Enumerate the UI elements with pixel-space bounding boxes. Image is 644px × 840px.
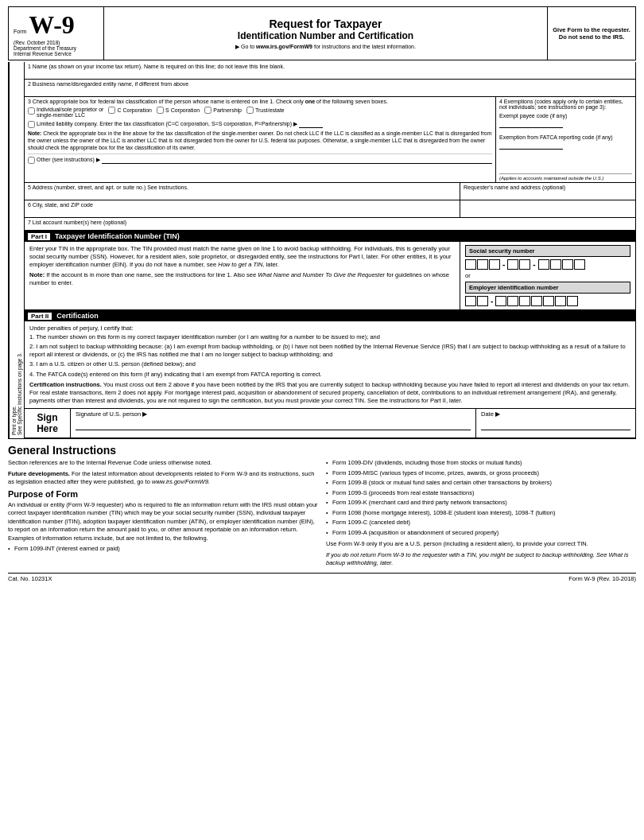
- field-2-label: 2 Business name/disregarded entity name,…: [28, 81, 632, 87]
- ssn-box[interactable]: [574, 259, 585, 270]
- checkbox-c-corp-input[interactable]: [108, 107, 115, 114]
- field-6-left: 6 City, state, and ZIP code: [25, 200, 460, 217]
- ein-box[interactable]: [507, 296, 518, 306]
- ein-segment-2: [495, 296, 578, 306]
- date-label: Date ▶: [481, 410, 630, 418]
- purpose-text: An individual or entity (Form W-9 reques…: [8, 501, 318, 543]
- part2-title: Certification: [56, 312, 99, 320]
- exempt-payee-input[interactable]: [499, 120, 563, 128]
- sign-here-label: Sign Here: [25, 409, 71, 438]
- fatca-note: (Applies to accounts maintained outside …: [499, 173, 632, 181]
- right-bullet-2: • Form 1099-B (stock or mutual fund sale…: [326, 479, 636, 488]
- irs-link-row: ▶ Go to www.irs.gov/FormW9 for instructi…: [235, 44, 416, 50]
- ssn-box[interactable]: [562, 259, 573, 270]
- ssn-box[interactable]: [477, 259, 488, 270]
- ein-box[interactable]: [543, 296, 554, 306]
- ssn-box[interactable]: [489, 259, 500, 270]
- ssn-box[interactable]: [538, 259, 549, 270]
- here-word: Here: [37, 423, 58, 434]
- sig-line[interactable]: [76, 418, 471, 430]
- ssn-box[interactable]: [550, 259, 561, 270]
- ein-boxes: -: [465, 296, 630, 306]
- or-text: or: [465, 272, 630, 279]
- ein-box[interactable]: [519, 296, 530, 306]
- form-header-center: Request for Taxpayer Identification Numb…: [104, 7, 548, 60]
- part1-label: Part I: [28, 233, 50, 240]
- other-row: Other (see instructions) ▶: [28, 154, 492, 164]
- form-header-left: Form W-9 (Rev. October 2018) Department …: [9, 7, 104, 60]
- side-label: Print or type. See Specific Instructions…: [9, 62, 24, 438]
- part2-header: Part II Certification: [25, 310, 635, 321]
- ein-label: Employer identification number: [465, 282, 630, 294]
- right-bullet-7: • Form 1099-A (acquisition or abandonmen…: [326, 529, 636, 538]
- checkbox-c-corp: C Corporation: [108, 107, 152, 114]
- field-1-row: 1 Name (as shown on your income tax retu…: [25, 62, 635, 80]
- form-title2: Identification Number and Certification: [238, 30, 413, 41]
- checkbox-llc-input[interactable]: [28, 121, 35, 128]
- bullet-1: • Form 1099-INT (interest earned or paid…: [8, 545, 318, 554]
- ein-box[interactable]: [465, 296, 476, 306]
- llc-label: Limited liability company. Enter the tax…: [37, 121, 297, 127]
- section-ref: Section references are to the Internal R…: [8, 459, 318, 468]
- link-prefix: ▶ Go to: [235, 44, 254, 49]
- footer: Cat. No. 10231X Form W-9 (Rev. 10-2018): [8, 573, 636, 582]
- ssn-box[interactable]: [465, 259, 476, 270]
- general-instructions: General Instructions Section references …: [8, 444, 636, 582]
- gen-right: • Form 1099-DIV (dividends, including th…: [326, 459, 636, 568]
- italic-text: If you do not return Form W-9 to the req…: [326, 551, 636, 568]
- ssn-box[interactable]: [507, 259, 518, 270]
- gen-columns: Section references are to the Internal R…: [8, 459, 636, 568]
- right-bullet-5: • Form 1098 (home mortgage interest), 10…: [326, 509, 636, 518]
- side-bottom-text: Print or type.: [11, 65, 17, 435]
- ssn-segment-3: [538, 259, 585, 270]
- rev-label: (Rev. October 2018): [14, 40, 99, 45]
- ein-box[interactable]: [531, 296, 542, 306]
- checkbox-s-corp: S Corporation: [157, 107, 200, 114]
- field-2-row: 2 Business name/disregarded entity name,…: [25, 80, 635, 97]
- cert-item-4: 4. The FATCA code(s) entered on this for…: [29, 371, 630, 379]
- cert-section: Under penalties of perjury, I certify th…: [25, 321, 635, 409]
- footer-form: Form W-9 (Rev. 10-2018): [568, 575, 636, 582]
- signature-field: Signature of U.S. person ▶: [71, 409, 476, 438]
- checkbox-individual: Individual/sole proprietor orsingle-memb…: [28, 107, 103, 118]
- ein-box[interactable]: [567, 296, 578, 306]
- field-5-right: Requester's name and address (optional): [460, 183, 635, 200]
- note-block: Note: Check the appropriate box in the l…: [28, 130, 492, 151]
- checkbox-individual-input[interactable]: [28, 107, 35, 115]
- field-4-area: 4 Exemptions (codes apply only to certai…: [496, 97, 635, 182]
- general-title: General Instructions: [8, 444, 636, 457]
- tin-left: Enter your TIN in the appropriate box. T…: [25, 242, 460, 309]
- ssn-box[interactable]: [519, 259, 530, 270]
- fatca-input[interactable]: [499, 142, 563, 150]
- other-label: Other (see instructions) ▶: [37, 157, 100, 163]
- fatca-label: Exemption from FATCA reporting code (if …: [499, 134, 613, 140]
- checkbox-other-input[interactable]: [28, 157, 35, 164]
- checkbox-s-corp-input[interactable]: [157, 107, 164, 114]
- part1-title: Taxpayer Identification Number (TIN): [55, 232, 180, 240]
- field-7-row: 7 List account number(s) here (optional): [25, 218, 635, 231]
- date-line[interactable]: [481, 418, 630, 430]
- field-6-row: 6 City, state, and ZIP code: [25, 200, 635, 218]
- field-4-label: 4 Exemptions (codes apply only to certai…: [499, 99, 632, 110]
- checkbox-c-corp-label: C Corporation: [117, 107, 152, 113]
- form-label: Form: [14, 29, 26, 34]
- ein-box[interactable]: [477, 296, 488, 306]
- link-suffix: for instructions and the latest informat…: [314, 44, 416, 49]
- field-3-label: 3 Check appropriate box for federal tax …: [28, 99, 492, 104]
- w9-title: W-9: [29, 10, 74, 40]
- checkbox-partnership-input[interactable]: [204, 107, 211, 114]
- part2-label: Part II: [28, 313, 52, 320]
- llc-input-field[interactable]: [299, 120, 323, 128]
- ein-box[interactable]: [495, 296, 506, 306]
- checkbox-s-corp-label: S Corporation: [165, 107, 200, 113]
- checkbox-trust-input[interactable]: [246, 107, 254, 114]
- other-input-field[interactable]: [102, 156, 492, 164]
- checkbox-individual-label: Individual/sole proprietor orsingle-memb…: [37, 107, 103, 118]
- ein-box[interactable]: [555, 296, 566, 306]
- ssn-dash-2: -: [533, 260, 535, 269]
- field-5-row: 5 Address (number, street, and apt. or s…: [25, 183, 635, 200]
- right-bullet-3: • Form 1099-S (proceeds from real estate…: [326, 489, 636, 498]
- irs-label: Internal Revenue Service: [14, 51, 99, 56]
- tin-right: Social security number - -: [460, 242, 635, 309]
- field-6-label: 6 City, state, and ZIP code: [28, 202, 456, 208]
